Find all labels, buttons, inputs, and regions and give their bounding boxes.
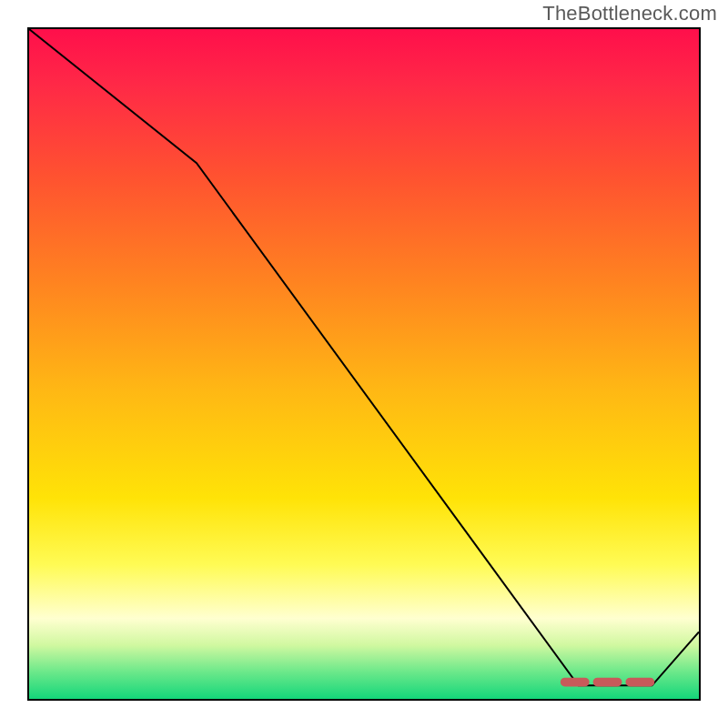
chart-overlay-svg <box>29 29 699 699</box>
bottleneck-curve <box>29 29 699 685</box>
chart-plot-area <box>27 27 701 701</box>
watermark-text: TheBottleneck.com <box>542 2 717 25</box>
